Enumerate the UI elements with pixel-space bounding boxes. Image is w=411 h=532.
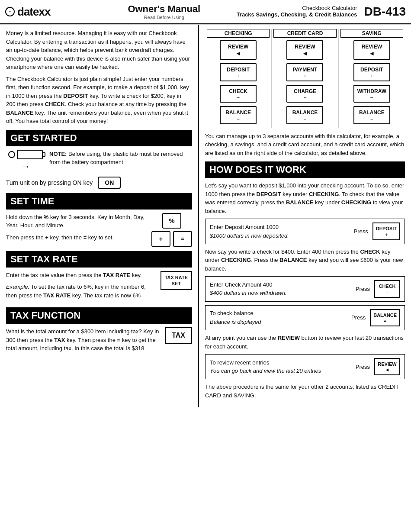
deposit-box-text: Enter Deposit Amount 1000 $1000 dollars … <box>210 223 349 240</box>
check-box-text: Enter Check Amount 400 $400 dollars in n… <box>210 281 351 297</box>
deposit-info-box: Enter Deposit Amount 1000 $1000 dollars … <box>205 219 405 244</box>
logo-text: datexx <box>17 5 50 19</box>
key-buttons: % + = <box>151 213 192 247</box>
right-column: CHECKING REVIEW◄ DEPOSIT+ CHECK– BALANCE… <box>199 25 411 407</box>
header-right: Checkbook Calculator Tracks Savings, Che… <box>237 5 406 19</box>
credit-balance-btn[interactable]: BALANCE= <box>286 106 323 124</box>
balance-info-box: To check balance Balance is displayed Pr… <box>205 305 405 330</box>
left-column: Money is a limited resource. Managing it… <box>0 25 199 407</box>
credit-card-label: CREDIT CARD <box>273 29 336 38</box>
deposit-press-btn[interactable]: DEPOSIT + <box>372 222 400 240</box>
tax-function-text: What is the total amount for a $300 item… <box>6 327 161 356</box>
final-text: The above procedure is the same for your… <box>205 383 405 400</box>
how-text1: Let's say you want to deposit $1,000 int… <box>205 181 405 215</box>
set-tax-content: Enter the tax rate value then press the … <box>6 271 192 303</box>
battery-diagram: → <box>6 150 45 172</box>
checking-review-btn[interactable]: REVIEW◄ <box>220 40 257 60</box>
note-label: NOTE: <box>49 151 67 157</box>
intro-p2-check: CHECK <box>45 101 65 107</box>
product-num: DB-413 <box>364 5 406 19</box>
product-desc2: Tracks Savings, Checking, & Credit Balan… <box>237 11 357 18</box>
saving-review-btn[interactable]: REVIEW◄ <box>353 40 390 60</box>
how-header: HOW DOES IT WORK <box>205 161 405 178</box>
tax-function-content: What is the total amount for a $300 item… <box>6 327 192 356</box>
set-time-content: Hold down the % key for 3 seconds. Key i… <box>6 213 192 247</box>
manual-title: Owner's Manual <box>92 3 237 15</box>
battery-body <box>17 150 43 159</box>
credit-card-col: CREDIT CARD REVIEW◄ PAYMENT+ CHARGE– BAL… <box>272 29 338 128</box>
intro-p2-d: key. The unit remembers your balance, ev… <box>6 110 188 125</box>
set-time-header: SET TIME <box>6 193 192 210</box>
example-label: Example: <box>6 284 29 290</box>
tax-rate-button[interactable]: TAX RATE SET <box>161 271 192 290</box>
balance-press-btn[interactable]: BALANCE = <box>370 309 400 326</box>
saving-label: SAVING <box>340 29 403 38</box>
credit-charge-btn[interactable]: CHARGE– <box>286 85 323 103</box>
review-box-text: To review recent entries You can go back… <box>210 358 351 375</box>
how-text2: Now say you write a check for $400. Ente… <box>205 248 405 273</box>
arrow-right-icon: → <box>21 161 30 172</box>
on-button[interactable]: ON <box>98 177 121 189</box>
intro-p2-c: . Check your balance at any time by pres… <box>65 101 186 107</box>
manual-subtitle: Read Before Using <box>92 15 237 20</box>
get-started-content: → NOTE: Before using, the plastic tab mu… <box>6 150 192 172</box>
check-info-box: Enter Check Amount 400 $400 dollars in n… <box>205 276 405 301</box>
header-center: Owner's Manual Read Before Using <box>92 3 237 20</box>
get-started-header: GET STARTED <box>6 130 192 146</box>
button-grid: CHECKING REVIEW◄ DEPOSIT+ CHECK– BALANCE… <box>205 29 405 128</box>
logo-area: • datexx <box>5 5 92 19</box>
review-text: At any point you can use the REVIEW butt… <box>205 334 405 351</box>
on-text: Turn unit on by pressing ON key <box>6 179 93 186</box>
check-press-btn[interactable]: CHECK – <box>374 280 400 297</box>
saving-balance-btn[interactable]: BALANCE= <box>353 106 390 124</box>
set-time-text: Hold down the % key for 3 seconds. Key i… <box>6 213 147 245</box>
saving-col: SAVING REVIEW◄ DEPOSIT+ WITHDRAW– BALANC… <box>339 29 405 128</box>
credit-payment-btn[interactable]: PAYMENT+ <box>286 63 323 81</box>
checking-deposit-btn[interactable]: DEPOSIT+ <box>220 63 257 81</box>
credit-review-btn[interactable]: REVIEW◄ <box>286 40 323 60</box>
eq-key[interactable]: = <box>173 231 192 247</box>
set-tax-header: SET TAX RATE <box>6 251 192 268</box>
checking-balance-btn[interactable]: BALANCE= <box>220 106 257 124</box>
set-tax-text: Enter the tax rate value then press the … <box>6 271 156 303</box>
checking-col: CHECKING REVIEW◄ DEPOSIT+ CHECK– BALANCE… <box>205 29 272 128</box>
logo-circle: • <box>5 7 15 16</box>
on-button-row: Turn unit on by pressing ON key ON <box>6 177 192 189</box>
saving-deposit-btn[interactable]: DEPOSIT+ <box>353 63 390 81</box>
coin-icon <box>8 151 15 158</box>
note-text: Before using, the plastic tab must be re… <box>49 151 183 166</box>
checking-check-btn[interactable]: CHECK– <box>220 85 257 103</box>
review-press-btn[interactable]: REVIEW ◄ <box>374 358 400 375</box>
percent-key[interactable]: % <box>162 213 181 229</box>
intro-p2-balance: BALANCE <box>6 110 34 116</box>
saving-withdraw-btn[interactable]: WITHDRAW– <box>353 85 390 103</box>
tax-function-header: TAX FUNCTION <box>6 307 192 324</box>
main-content: Money is a limited resource. Managing it… <box>0 24 411 407</box>
checking-label: CHECKING <box>207 29 270 38</box>
intro-p1: Money is a limited resource. Managing it… <box>6 29 192 71</box>
balance-box-text: To check balance Balance is displayed <box>210 309 347 326</box>
tax-button[interactable]: TAX <box>165 327 192 344</box>
product-desc1: Checkbook Calculator <box>237 5 357 11</box>
manage-text: You can manage up to 3 separate accounts… <box>205 132 405 158</box>
plus-key[interactable]: + <box>151 231 170 247</box>
battery-tip <box>42 152 45 157</box>
intro-p2-deposit: DEPOSIT <box>63 93 88 99</box>
intro-p2: The Checkbook Calculator is just plain s… <box>6 75 192 126</box>
get-started-note: NOTE: Before using, the plastic tab must… <box>49 150 192 167</box>
header: • datexx Owner's Manual Read Before Usin… <box>0 0 411 24</box>
review-info-box: To review recent entries You can go back… <box>205 354 405 379</box>
plus-eq-row: + = <box>151 231 192 247</box>
